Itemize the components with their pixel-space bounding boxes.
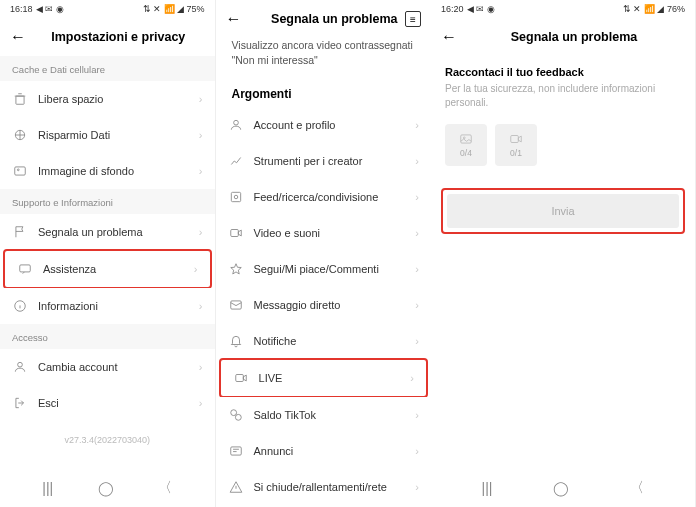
- header: ← Segnala un problema: [431, 18, 695, 56]
- logout-icon: [12, 395, 28, 411]
- chevron-right-icon: ›: [194, 263, 198, 275]
- bell-icon: [228, 333, 244, 349]
- svg-rect-4: [20, 265, 31, 272]
- nav-back-icon[interactable]: 〈: [158, 479, 172, 497]
- row-label: Si chiude/rallentamenti/rete: [254, 481, 416, 493]
- header: ← Segnala un problema ≡: [216, 0, 431, 38]
- section-cache: Cache e Dati cellulare: [0, 56, 215, 81]
- row-label: Esci: [38, 397, 199, 409]
- doc-icon[interactable]: ≡: [405, 11, 421, 27]
- row-label: Saldo TikTok: [254, 409, 416, 421]
- version-text: v27.3.4(2022703040): [0, 421, 215, 459]
- nav-back-icon[interactable]: 〈: [630, 479, 644, 497]
- row-label: Messaggio diretto: [254, 299, 416, 311]
- row-video[interactable]: Video e suoni›: [216, 215, 431, 251]
- row-label: Segui/Mi piace/Commenti: [254, 263, 416, 275]
- row-warn[interactable]: Si chiude/rallentamenti/rete›: [216, 469, 431, 505]
- chevron-right-icon: ›: [415, 191, 419, 203]
- row-star[interactable]: Segui/Mi piace/Commenti›: [216, 251, 431, 287]
- row-label: Cambia account: [38, 361, 199, 373]
- row-label: Notifiche: [254, 335, 416, 347]
- section-support: Supporto e Informazioni: [0, 189, 215, 214]
- row-label: Feed/ricerca/condivisione: [254, 191, 416, 203]
- chevron-right-icon: ›: [415, 335, 419, 347]
- row-flag[interactable]: Segnala un problema›: [0, 214, 215, 250]
- row-label: Annunci: [254, 445, 416, 457]
- svg-point-14: [235, 415, 241, 421]
- chevron-right-icon: ›: [199, 165, 203, 177]
- chevron-right-icon: ›: [415, 263, 419, 275]
- page-title: Segnala un problema: [248, 12, 421, 26]
- chevron-right-icon: ›: [199, 361, 203, 373]
- status-icons-left: ◀ ✉ ◉: [36, 4, 64, 14]
- nav-recent-icon[interactable]: |||: [42, 480, 53, 496]
- row-live[interactable]: LIVE›: [219, 358, 428, 398]
- chevron-right-icon: ›: [415, 155, 419, 167]
- svg-point-9: [234, 196, 238, 200]
- send-highlight: Invia: [441, 188, 685, 234]
- status-time: 16:18: [10, 4, 33, 14]
- svg-rect-11: [230, 301, 241, 309]
- row-ads[interactable]: Annunci›: [216, 433, 431, 469]
- message-icon: [228, 297, 244, 313]
- row-label: Libera spazio: [38, 93, 199, 105]
- status-bar: 16:20◀ ✉ ◉ ⇅ ✕ 📶 ◢ 76%: [431, 0, 695, 18]
- ads-icon: [228, 443, 244, 459]
- section-account: Accesso: [0, 324, 215, 349]
- feedback-panel: 16:20◀ ✉ ◉ ⇅ ✕ 📶 ◢ 76% ← Segnala un prob…: [431, 0, 696, 507]
- svg-rect-18: [511, 136, 519, 143]
- row-bell[interactable]: Notifiche›: [216, 323, 431, 359]
- trash-icon: [12, 91, 28, 107]
- row-trash[interactable]: Libera spazio›: [0, 81, 215, 117]
- svg-point-6: [18, 362, 23, 367]
- data-icon: [12, 127, 28, 143]
- android-nav: ||| ◯ 〈: [431, 469, 695, 507]
- back-icon[interactable]: ←: [441, 28, 457, 46]
- svg-rect-10: [230, 230, 238, 237]
- video-icon: [228, 225, 244, 241]
- row-logout[interactable]: Esci›: [0, 385, 215, 421]
- back-icon[interactable]: ←: [10, 28, 26, 46]
- row-feed[interactable]: Feed/ricerca/condivisione›: [216, 179, 431, 215]
- row-wallet[interactable]: Saldo TikTok›: [216, 397, 431, 433]
- row-label: Strumenti per i creator: [254, 155, 416, 167]
- video-icon: [508, 132, 524, 146]
- page-title: Impostazioni e privacy: [32, 30, 205, 44]
- row-label: Account e profilo: [254, 119, 416, 131]
- svg-rect-2: [15, 167, 26, 175]
- nav-home-icon[interactable]: ◯: [553, 480, 569, 496]
- send-button[interactable]: Invia: [447, 194, 679, 228]
- row-message[interactable]: Messaggio diretto›: [216, 287, 431, 323]
- row-switch[interactable]: Cambia account›: [0, 349, 215, 385]
- status-bar: 16:18◀ ✉ ◉ ⇅ ✕ 📶 ◢ 75%: [0, 0, 215, 18]
- row-chat[interactable]: Assistenza›: [3, 249, 212, 289]
- svg-point-17: [463, 137, 465, 139]
- row-image[interactable]: Immagine di sfondo›: [0, 153, 215, 189]
- live-icon: [233, 370, 249, 386]
- chevron-right-icon: ›: [199, 93, 203, 105]
- back-icon[interactable]: ←: [226, 10, 242, 28]
- chevron-right-icon: ›: [415, 409, 419, 421]
- switch-icon: [12, 359, 28, 375]
- settings-panel: 16:18◀ ✉ ◉ ⇅ ✕ 📶 ◢ 75% ← Impostazioni e …: [0, 0, 216, 507]
- nav-recent-icon[interactable]: |||: [482, 480, 493, 496]
- report-panel: ← Segnala un problema ≡ Visualizzo ancor…: [216, 0, 431, 507]
- svg-rect-8: [231, 193, 240, 202]
- chevron-right-icon: ›: [199, 300, 203, 312]
- chevron-right-icon: ›: [199, 129, 203, 141]
- feedback-heading: Raccontaci il tuo feedback: [431, 56, 695, 82]
- svg-rect-16: [461, 135, 472, 143]
- attach-video-button[interactable]: 0/1: [495, 124, 537, 166]
- section-topics: Argomenti: [216, 77, 431, 107]
- row-label: Informazioni: [38, 300, 199, 312]
- nav-home-icon[interactable]: ◯: [98, 480, 114, 496]
- status-time: 16:20: [441, 4, 464, 14]
- feedback-hint: Per la tua sicurezza, non includere info…: [431, 82, 695, 110]
- row-info[interactable]: Informazioni›: [0, 288, 215, 324]
- attach-image-button[interactable]: 0/4: [445, 124, 487, 166]
- image-icon: [458, 132, 474, 146]
- row-data[interactable]: Risparmio Dati›: [0, 117, 215, 153]
- row-label: Video e suoni: [254, 227, 416, 239]
- row-chart[interactable]: Strumenti per i creator›: [216, 143, 431, 179]
- row-account[interactable]: Account e profilo›: [216, 107, 431, 143]
